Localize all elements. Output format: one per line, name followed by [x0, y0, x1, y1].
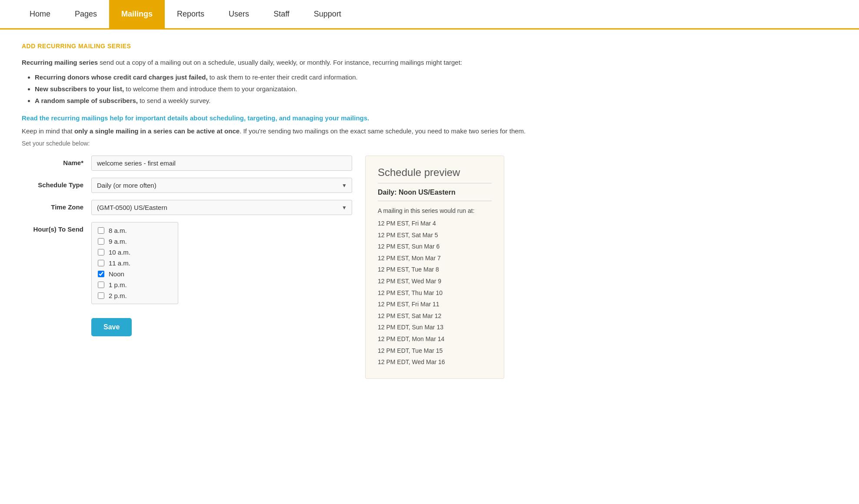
schedule-type-control-wrap: Daily (or more often) Weekly Monthly — [91, 178, 352, 193]
bullet-1: Recurring donors whose credit card charg… — [35, 71, 587, 83]
preview-time-item: 12 PM EST, Mon Mar 7 — [378, 252, 492, 264]
hours-label: Hour(s) To Send — [22, 222, 91, 233]
preview-time-item: 12 PM EST, Wed Mar 9 — [378, 275, 492, 287]
checkbox-11am: 11 a.m. — [98, 259, 172, 267]
timezone-row: Time Zone (GMT-0500) US/Eastern (GMT-060… — [22, 200, 352, 215]
nav-mailings[interactable]: Mailings — [109, 0, 165, 28]
hours-row: Hour(s) To Send 8 a.m. 9 a.m. 10 a.m. — [22, 222, 352, 304]
nav-staff[interactable]: Staff — [261, 0, 302, 28]
nav-pages[interactable]: Pages — [63, 0, 109, 28]
checkbox-10am: 10 a.m. — [98, 249, 172, 256]
preview-time-item: 12 PM EDT, Wed Mar 16 — [378, 356, 492, 368]
checkbox-8am-label: 8 a.m. — [109, 227, 127, 234]
checkbox-1pm-input[interactable] — [98, 282, 104, 288]
nav-users[interactable]: Users — [216, 0, 261, 28]
checkbox-8am-input[interactable] — [98, 227, 104, 234]
preview-times: 12 PM EST, Fri Mar 412 PM EST, Sat Mar 5… — [378, 218, 492, 368]
timezone-select[interactable]: (GMT-0500) US/Eastern (GMT-0600) US/Cent… — [91, 200, 352, 215]
checkbox-2pm-input[interactable] — [98, 292, 104, 299]
hours-control-wrap: 8 a.m. 9 a.m. 10 a.m. 11 a.m. Noon — [91, 222, 352, 304]
checkbox-10am-label: 10 a.m. — [109, 249, 130, 256]
checkbox-9am: 9 a.m. — [98, 238, 172, 245]
preview-time-item: 12 PM EST, Sat Mar 5 — [378, 229, 492, 241]
schedule-type-select[interactable]: Daily (or more often) Weekly Monthly — [91, 178, 352, 193]
checkbox-noon-input[interactable] — [98, 271, 104, 277]
form-fields: Name* Schedule Type Daily (or more often… — [22, 156, 352, 336]
schedule-label: Set your schedule below: — [22, 140, 587, 147]
preview-intro: A mailing in this series would run at: — [378, 207, 492, 214]
preview-time-item: 12 PM EST, Sun Mar 6 — [378, 241, 492, 252]
timezone-control-wrap: (GMT-0500) US/Eastern (GMT-0600) US/Cent… — [91, 200, 352, 215]
checkbox-noon-label: Noon — [109, 270, 124, 278]
checkbox-1pm-label: 1 p.m. — [109, 281, 127, 288]
preview-subtitle: Daily: Noon US/Eastern — [378, 189, 492, 201]
preview-time-item: 12 PM EDT, Sun Mar 13 — [378, 322, 492, 333]
bullet-2: New subscribers to your list, to welcome… — [35, 83, 587, 95]
schedule-type-label: Schedule Type — [22, 178, 91, 189]
checkbox-2pm: 2 p.m. — [98, 292, 172, 299]
help-link[interactable]: Read the recurring mailings help for imp… — [22, 114, 587, 122]
intro-paragraph: Recurring mailing series send out a copy… — [22, 57, 587, 68]
save-button[interactable]: Save — [91, 318, 132, 336]
nav-reports[interactable]: Reports — [165, 0, 216, 28]
nav-support[interactable]: Support — [302, 0, 353, 28]
main-content: ADD RECURRING MAILING SERIES Recurring m… — [0, 30, 609, 392]
preview-time-item: 12 PM EST, Tue Mar 8 — [378, 264, 492, 275]
top-navigation: Home Pages Mailings Reports Users Staff … — [0, 0, 859, 30]
checkbox-11am-label: 11 a.m. — [109, 259, 130, 267]
preview-title: Schedule preview — [378, 166, 492, 183]
checkbox-9am-label: 9 a.m. — [109, 238, 127, 245]
name-row: Name* — [22, 156, 352, 171]
checkbox-8am: 8 a.m. — [98, 227, 172, 234]
bullet-3: A random sample of subscribers, to send … — [35, 95, 587, 106]
bullet-list: Recurring donors whose credit card charg… — [35, 71, 587, 106]
checkbox-noon: Noon — [98, 270, 172, 278]
schedule-preview-panel: Schedule preview Daily: Noon US/Eastern … — [365, 156, 504, 379]
name-label: Name* — [22, 156, 91, 166]
preview-time-item: 12 PM EST, Sat Mar 12 — [378, 310, 492, 322]
schedule-type-select-wrapper: Daily (or more often) Weekly Monthly — [91, 178, 352, 193]
checkbox-10am-input[interactable] — [98, 249, 104, 255]
checkbox-2pm-label: 2 p.m. — [109, 292, 127, 299]
schedule-type-row: Schedule Type Daily (or more often) Week… — [22, 178, 352, 193]
preview-time-item: 12 PM EST, Thu Mar 10 — [378, 287, 492, 299]
preview-time-item: 12 PM EDT, Mon Mar 14 — [378, 333, 492, 345]
active-notice: Keep in mind that only a single mailing … — [22, 126, 587, 136]
name-input[interactable] — [91, 156, 352, 171]
checkbox-list: 8 a.m. 9 a.m. 10 a.m. 11 a.m. Noon — [91, 222, 178, 304]
preview-time-item: 12 PM EST, Fri Mar 4 — [378, 218, 492, 229]
checkbox-1pm: 1 p.m. — [98, 281, 172, 288]
section-title: ADD RECURRING MAILING SERIES — [22, 43, 587, 50]
nav-home[interactable]: Home — [17, 0, 63, 28]
checkbox-11am-input[interactable] — [98, 260, 104, 266]
name-control-wrap — [91, 156, 352, 171]
timezone-label: Time Zone — [22, 200, 91, 211]
form-section: Name* Schedule Type Daily (or more often… — [22, 156, 587, 379]
timezone-select-wrapper: (GMT-0500) US/Eastern (GMT-0600) US/Cent… — [91, 200, 352, 215]
checkbox-9am-input[interactable] — [98, 238, 104, 245]
preview-time-item: 12 PM EST, Fri Mar 11 — [378, 298, 492, 310]
preview-time-item: 12 PM EDT, Tue Mar 15 — [378, 345, 492, 357]
